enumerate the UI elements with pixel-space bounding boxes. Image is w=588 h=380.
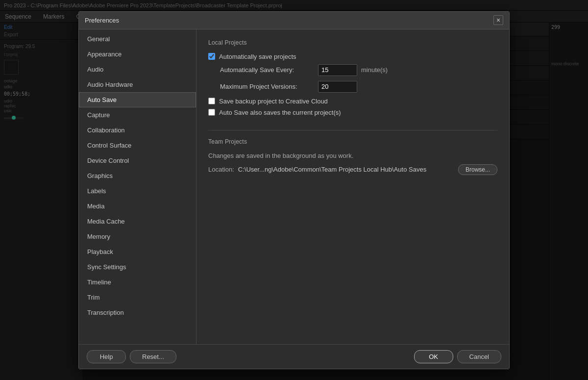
team-projects-section: Team Projects Changes are saved in the b… [208,138,497,175]
sidebar-item-auto-save[interactable]: Auto Save [79,92,196,107]
footer-left-buttons: Help Reset... [87,350,176,363]
location-label: Location: [208,166,234,173]
auto-save-every-input[interactable] [318,64,357,76]
location-path: C:\User...ng\Adobe\Common\Team Projects … [238,166,450,173]
sidebar-item-media-cache[interactable]: Media Cache [79,214,196,229]
auto-save-every-unit: minute(s) [361,66,388,74]
sidebar-item-memory[interactable]: Memory [79,229,196,244]
sidebar-item-transcription[interactable]: Transcription [79,305,196,320]
sidebar-item-audio-hardware[interactable]: Audio Hardware [79,77,196,92]
sidebar-item-capture[interactable]: Capture [79,107,196,123]
sidebar-item-timeline[interactable]: Timeline [79,275,196,290]
sidebar-item-media[interactable]: Media [79,199,196,214]
ok-button[interactable]: OK [414,350,453,363]
sidebar-item-audio[interactable]: Audio [79,62,196,77]
sidebar-item-appearance[interactable]: Appearance [79,47,196,62]
sidebar-item-labels[interactable]: Labels [79,183,196,199]
max-versions-row: Maximum Project Versions: [208,81,497,93]
modal-body: General Appearance Audio Audio Hardware … [79,29,509,344]
auto-save-checkbox[interactable] [208,53,215,60]
sidebar-item-control-surface[interactable]: Control Surface [79,138,196,153]
modal-footer: Help Reset... OK Cancel [79,344,509,369]
auto-save-current-row: Auto Save also saves the current project… [208,109,497,116]
sidebar-item-general[interactable]: General [79,31,196,47]
cancel-button[interactable]: Cancel [457,350,501,363]
footer-right-buttons: OK Cancel [414,350,501,363]
backup-cloud-checkbox[interactable] [208,98,215,104]
location-row: Location: C:\User...ng\Adobe\Common\Team… [208,164,497,175]
auto-save-current-checkbox[interactable] [208,109,215,116]
auto-save-label[interactable]: Automatically save projects [219,53,296,60]
backup-cloud-row: Save backup project to Creative Cloud [208,98,497,105]
auto-save-every-label: Automatically Save Every: [220,66,318,74]
sidebar-item-sync-settings[interactable]: Sync Settings [79,259,196,275]
modal-overlay: Preferences × General Appearance Audio A… [0,0,588,380]
sidebar-navigation: General Appearance Audio Audio Hardware … [79,29,196,344]
sidebar-item-trim[interactable]: Trim [79,290,196,305]
modal-title: Preferences [85,17,119,24]
sidebar-item-graphics[interactable]: Graphics [79,168,196,183]
max-versions-input[interactable] [318,81,357,93]
sidebar-item-collaboration[interactable]: Collaboration [79,123,196,138]
reset-button[interactable]: Reset... [130,350,176,363]
auto-save-checkbox-row: Automatically save projects [208,53,497,60]
sidebar-item-device-control[interactable]: Device Control [79,153,196,168]
content-area: Local Projects Automatically save projec… [196,29,509,344]
preferences-modal: Preferences × General Appearance Audio A… [78,11,510,369]
auto-save-current-label[interactable]: Auto Save also saves the current project… [219,109,341,116]
max-versions-label: Maximum Project Versions: [220,83,318,90]
section-divider [208,130,497,130]
auto-save-every-row: Automatically Save Every: minute(s) [208,64,497,76]
local-projects-section: Local Projects Automatically save projec… [208,39,497,116]
team-projects-title: Team Projects [208,138,497,145]
help-button[interactable]: Help [87,350,126,363]
local-projects-title: Local Projects [208,39,497,46]
modal-title-bar: Preferences × [79,12,509,29]
sidebar-item-playback[interactable]: Playback [79,244,196,259]
browse-button[interactable]: Browse... [458,164,497,175]
backup-cloud-label[interactable]: Save backup project to Creative Cloud [219,98,328,105]
team-projects-info: Changes are saved in the background as y… [208,152,497,159]
close-button[interactable]: × [493,15,503,25]
